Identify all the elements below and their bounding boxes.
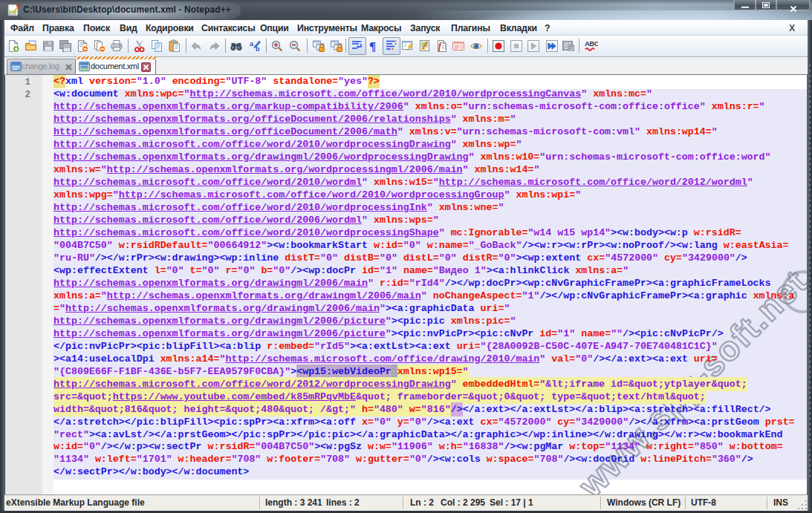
svg-text:¶: ¶ [369,39,376,53]
svg-text:a: a [250,40,254,48]
svg-text:ABC: ABC [585,39,598,48]
